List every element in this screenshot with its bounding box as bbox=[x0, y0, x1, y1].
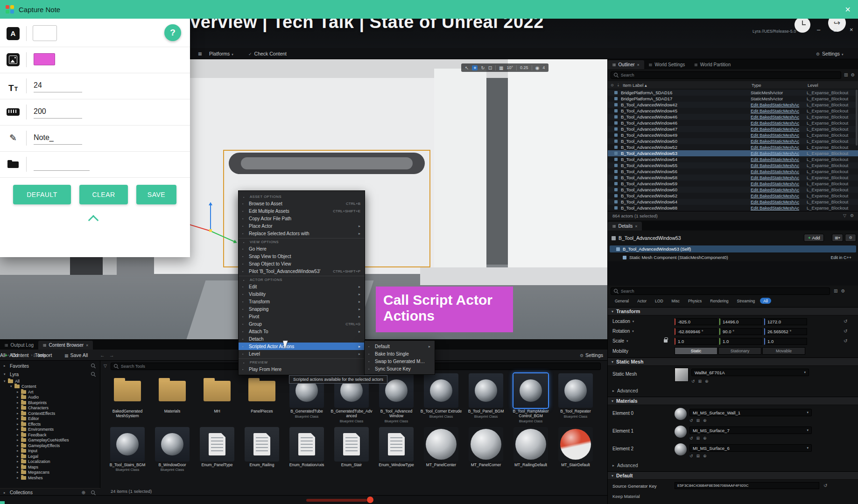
grid-icon[interactable]: ▦ bbox=[198, 48, 202, 59]
default-button[interactable]: DEFAULT bbox=[13, 185, 71, 204]
submenu-item[interactable]: Bake Into Single bbox=[365, 350, 435, 357]
static-mesh-dropdown[interactable]: WallM_6F701A bbox=[691, 369, 809, 376]
help-button[interactable]: ? bbox=[164, 24, 181, 41]
panel-tab[interactable]: World Partition bbox=[689, 60, 735, 69]
outliner-row[interactable]: B_Tool_AdvancedWindow59 Edit BakedStatic… bbox=[608, 181, 858, 187]
folder-tree-item[interactable]: Input bbox=[0, 448, 100, 454]
outliner-row[interactable]: B_Tool_AdvancedWindow49 Edit BakedStatic… bbox=[608, 132, 858, 138]
gear-icon[interactable]: ⚙ bbox=[851, 72, 855, 77]
default-section-header[interactable]: Default bbox=[608, 471, 858, 480]
context-menu-item[interactable]: VIEW OPTIONS bbox=[239, 238, 365, 245]
folder-tree-item[interactable]: Content bbox=[0, 384, 100, 390]
note-text-input[interactable] bbox=[33, 25, 57, 41]
tree-caret-icon[interactable] bbox=[17, 470, 21, 474]
asset-tile[interactable]: Enum_Stair bbox=[331, 427, 373, 472]
materials-section-header[interactable]: Materials bbox=[608, 397, 858, 405]
transform-section-header[interactable]: Transform bbox=[608, 307, 858, 315]
asset-tile[interactable]: MT_PanelCorner bbox=[465, 427, 507, 472]
advanced-expander[interactable]: Advanced bbox=[608, 462, 858, 469]
import-button[interactable]: ⇩Import bbox=[33, 350, 52, 361]
folder-tree-item[interactable]: Feedback bbox=[0, 432, 100, 438]
category-chip[interactable]: LOD bbox=[652, 298, 666, 304]
tree-caret-icon[interactable] bbox=[17, 395, 21, 399]
move-tool-icon[interactable]: + bbox=[472, 65, 478, 70]
context-menu-item[interactable]: Transform ▸ bbox=[239, 298, 365, 305]
prefix-input[interactable] bbox=[34, 131, 82, 145]
category-chip[interactable]: Physics bbox=[685, 298, 705, 304]
filter-icon[interactable]: ▽ bbox=[104, 364, 107, 368]
column-item-label[interactable]: Item Label ▴ bbox=[623, 83, 752, 88]
folder-tree-item[interactable]: Localization bbox=[0, 459, 100, 465]
outliner-row[interactable]: B_Tool_AdvancedWindow88 Edit BakedStatic… bbox=[608, 205, 858, 211]
tree-caret-icon[interactable] bbox=[17, 465, 21, 469]
mobility-option[interactable]: Stationary bbox=[718, 347, 761, 355]
context-menu-item[interactable]: Copy Actor File Path bbox=[239, 215, 365, 222]
gear-icon[interactable]: ⚙ bbox=[850, 213, 854, 218]
add-button[interactable]: Add bbox=[5, 350, 18, 361]
panel-tab[interactable]: Output Log bbox=[0, 341, 38, 350]
filter-icon[interactable]: ▽ bbox=[843, 213, 846, 218]
folder-tree-item[interactable]: Editor bbox=[0, 416, 100, 422]
scale-tool-icon[interactable]: ⊡ bbox=[488, 65, 492, 70]
asset-tile[interactable]: B_Tool_Stairs_BGM Blueprint Class bbox=[106, 427, 148, 472]
outliner-row[interactable]: B_Tool_AdvancedWindow46 Edit BakedStatic… bbox=[608, 114, 858, 120]
context-menu-item[interactable]: Attach To ▸ bbox=[239, 328, 365, 335]
tree-caret-icon[interactable] bbox=[17, 427, 21, 431]
outliner-search[interactable] bbox=[611, 71, 841, 79]
context-menu-item[interactable]: Play From Here bbox=[239, 365, 365, 373]
check-content-button[interactable]: ✓Check Content bbox=[248, 48, 287, 59]
asset-tile[interactable]: B_WindowDoor Blueprint Class bbox=[151, 427, 193, 472]
material-dropdown[interactable]: MI_MS_Surface_7 bbox=[689, 427, 812, 434]
filter-icon[interactable]: ⊞ bbox=[844, 72, 848, 77]
material-thumbnail[interactable] bbox=[675, 426, 687, 438]
use-selected-icon[interactable]: ↺ bbox=[689, 454, 693, 458]
folder-tree-item[interactable]: Characters bbox=[0, 406, 100, 411]
use-selected-icon[interactable]: ↺ bbox=[691, 379, 695, 384]
x-value-field[interactable]: -825.0 bbox=[675, 318, 717, 325]
tree-caret-icon[interactable] bbox=[4, 379, 8, 383]
z-value-field[interactable]: 1272.0 bbox=[764, 318, 807, 325]
context-menu-item[interactable]: Browse to Asset CTRL+B bbox=[239, 200, 365, 207]
tree-caret-icon[interactable] bbox=[10, 385, 14, 388]
mobility-option[interactable]: Movable bbox=[762, 347, 805, 355]
asset-tile[interactable]: Enum_PanelType bbox=[196, 427, 238, 472]
tree-caret-icon[interactable] bbox=[17, 401, 21, 405]
asset-tile[interactable]: B_Tool_Panel_BGM Blueprint Class bbox=[465, 373, 507, 423]
favorites-section[interactable]: Favorites bbox=[0, 362, 100, 370]
search-icon[interactable] bbox=[91, 364, 96, 368]
content-browser-settings[interactable]: ⚙Settings bbox=[580, 350, 603, 361]
tree-caret-icon[interactable] bbox=[17, 476, 21, 480]
folder-tree-item[interactable]: Audio bbox=[0, 395, 100, 400]
outliner-row[interactable]: B_Tool_AdvancedWindow58 Edit BakedStatic… bbox=[608, 175, 858, 181]
outliner-row[interactable]: B_Tool_AdvancedWindow45 Edit BakedStatic… bbox=[608, 108, 858, 114]
context-menu-item[interactable]: Edit Multiple Assets CTRL+SHIFT+E bbox=[239, 207, 365, 215]
submenu-item[interactable]: Default ▸ bbox=[365, 343, 435, 350]
tree-caret-icon[interactable] bbox=[17, 444, 21, 448]
browse-icon[interactable]: ⊞ bbox=[698, 379, 702, 384]
browse-icon[interactable]: ⊞ bbox=[696, 454, 700, 458]
tree-caret-icon[interactable] bbox=[17, 433, 21, 437]
panel-tab[interactable]: Details × bbox=[608, 222, 642, 231]
folder-tree-item[interactable]: Megascans bbox=[0, 470, 100, 476]
category-chip[interactable]: Actor bbox=[634, 298, 650, 304]
advanced-expander[interactable]: Advanced bbox=[608, 387, 858, 394]
asset-tile[interactable]: BakedGenerated MeshSystem bbox=[106, 373, 148, 423]
outliner-row[interactable]: B_Tool_AdvancedWindow60 Edit BakedStatic… bbox=[608, 187, 858, 193]
context-menu-item[interactable]: Level ▸ bbox=[239, 350, 365, 357]
path-input[interactable] bbox=[34, 157, 90, 171]
asset-tile[interactable]: B_Tool_Corner Extrude Blueprint Class bbox=[420, 373, 462, 423]
outliner-row[interactable]: BridgePlatformA_5DAD16 StaticMeshActor L… bbox=[608, 90, 858, 96]
tree-caret-icon[interactable] bbox=[17, 390, 21, 394]
context-menu-item[interactable]: Scripted Actor Actions ▸ bbox=[239, 343, 365, 350]
pick-icon[interactable]: ⊕ bbox=[703, 436, 707, 441]
pin-column-icon[interactable]: ⇣ bbox=[617, 83, 623, 87]
folder-tree-item[interactable]: GameplayEffects bbox=[0, 443, 100, 448]
outliner-row[interactable]: BridgePlatformA_5DAD17 StaticMeshActor L… bbox=[608, 96, 858, 102]
tree-caret-icon[interactable] bbox=[17, 406, 21, 410]
close-tab-icon[interactable]: × bbox=[637, 63, 640, 67]
x-value-field[interactable]: -62.869946 ° bbox=[675, 328, 717, 335]
tree-caret-icon[interactable] bbox=[17, 438, 21, 442]
component-options-button[interactable]: ▦▾ bbox=[832, 234, 843, 242]
category-chip[interactable]: Streaming bbox=[734, 298, 759, 304]
category-chip[interactable]: Misc bbox=[668, 298, 683, 304]
